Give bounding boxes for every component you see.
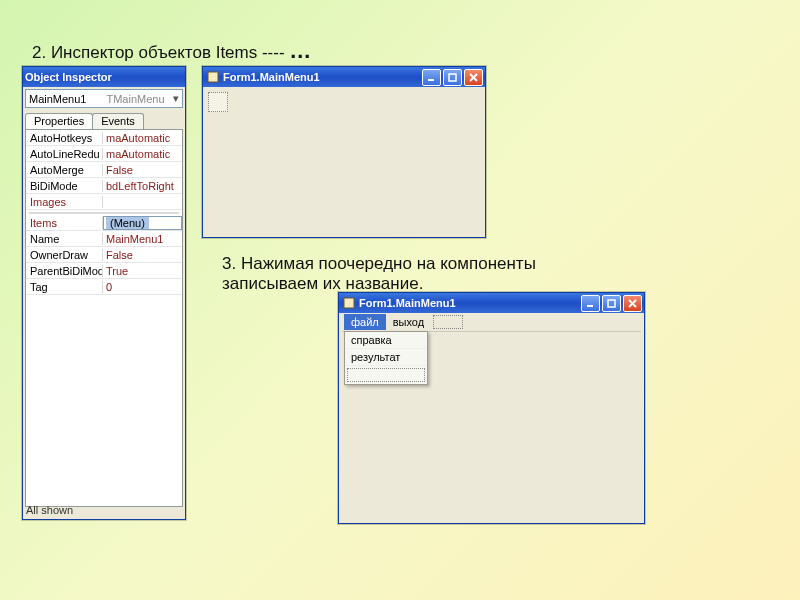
prop-value[interactable]: maAutomatic bbox=[103, 132, 182, 144]
prop-value[interactable]: False bbox=[103, 249, 182, 261]
window-controls bbox=[422, 69, 483, 86]
table-row[interactable]: NameMainMenu1 bbox=[26, 231, 182, 247]
prop-name: Images bbox=[26, 196, 103, 208]
svg-rect-7 bbox=[608, 300, 615, 307]
minimize-button[interactable] bbox=[581, 295, 600, 312]
dropdown-item-help[interactable]: справка bbox=[345, 332, 427, 349]
menu-item-file[interactable]: файл bbox=[344, 314, 386, 330]
prop-name: Name bbox=[26, 233, 103, 245]
prop-value[interactable]: (Menu) bbox=[103, 216, 182, 230]
step2-text: 2. Инспектор объектов Items ---- bbox=[32, 43, 289, 62]
prop-name: Items bbox=[26, 217, 103, 229]
instruction-step-2: 2. Инспектор объектов Items ---- … bbox=[32, 38, 311, 64]
object-inspector-window: Object Inspector MainMenu1 TMainMenu ▾ P… bbox=[22, 66, 186, 520]
close-button[interactable] bbox=[464, 69, 483, 86]
step3-line2: записываем их название. bbox=[222, 274, 423, 293]
menu-item-exit[interactable]: выход bbox=[386, 314, 431, 330]
prop-value[interactable]: bdLeftToRight bbox=[103, 180, 182, 192]
inspector-tabs: Properties Events bbox=[25, 111, 183, 129]
prop-value[interactable]: MainMenu1 bbox=[103, 233, 182, 245]
form-small-titlebar[interactable]: Form1.MainMenu1 bbox=[203, 67, 485, 87]
prop-value[interactable]: True bbox=[103, 265, 182, 277]
menu-bar: файл выход bbox=[342, 313, 641, 332]
inspector-status: All shown bbox=[26, 504, 73, 516]
form-big-titlebar[interactable]: Form1.MainMenu1 bbox=[339, 293, 644, 313]
inspector-title-text: Object Inspector bbox=[25, 71, 183, 83]
inspector-component-combo[interactable]: MainMenu1 TMainMenu ▾ bbox=[25, 89, 183, 108]
prop-value-text: (Menu) bbox=[106, 217, 149, 229]
menu-item-placeholder[interactable] bbox=[433, 315, 463, 329]
app-icon bbox=[206, 70, 220, 84]
maximize-button[interactable] bbox=[602, 295, 621, 312]
tab-events[interactable]: Events bbox=[92, 113, 144, 129]
chevron-down-icon: ▾ bbox=[173, 92, 179, 105]
form-small-title: Form1.MainMenu1 bbox=[223, 71, 422, 83]
combo-class-name: TMainMenu bbox=[106, 93, 164, 105]
maximize-button[interactable] bbox=[443, 69, 462, 86]
prop-name: BiDiMode bbox=[26, 180, 103, 192]
instruction-step-3: 3. Нажимая поочередно на компоненты запи… bbox=[222, 254, 536, 294]
table-row[interactable]: BiDiModebdLeftToRight bbox=[26, 178, 182, 194]
prop-name: OwnerDraw bbox=[26, 249, 103, 261]
step3-line1: 3. Нажимая поочередно на компоненты bbox=[222, 254, 536, 273]
form-designer-big: Form1.MainMenu1 файл выход справка резул… bbox=[338, 292, 645, 524]
prop-value[interactable]: maAutomatic bbox=[103, 148, 182, 160]
window-controls bbox=[581, 295, 642, 312]
form-small-client[interactable] bbox=[206, 90, 482, 234]
dropdown-item-result[interactable]: результат bbox=[345, 349, 427, 366]
dropdown-item-placeholder[interactable] bbox=[347, 368, 425, 382]
prop-name: AutoMerge bbox=[26, 164, 103, 176]
prop-name: Tag bbox=[26, 281, 103, 293]
table-row[interactable]: Tag0 bbox=[26, 279, 182, 295]
menu-dropdown: справка результат bbox=[344, 331, 428, 385]
app-icon bbox=[342, 296, 356, 310]
minimize-button[interactable] bbox=[422, 69, 441, 86]
tab-properties[interactable]: Properties bbox=[25, 113, 93, 129]
form-big-client[interactable]: файл выход справка результат bbox=[342, 313, 641, 520]
combo-instance-name: MainMenu1 bbox=[29, 93, 86, 105]
table-row[interactable]: OwnerDrawFalse bbox=[26, 247, 182, 263]
prop-name: AutoLineRedu bbox=[26, 148, 103, 160]
svg-rect-0 bbox=[208, 72, 218, 82]
step2-dots: … bbox=[289, 38, 311, 63]
inspector-titlebar[interactable]: Object Inspector bbox=[23, 67, 185, 87]
form-big-title: Form1.MainMenu1 bbox=[359, 297, 581, 309]
table-row[interactable]: AutoLineRedumaAutomatic bbox=[26, 146, 182, 162]
table-row[interactable]: AutoHotkeysmaAutomatic bbox=[26, 130, 182, 146]
form-designer-small: Form1.MainMenu1 bbox=[202, 66, 486, 238]
prop-name: AutoHotkeys bbox=[26, 132, 103, 144]
property-grid[interactable]: AutoHotkeysmaAutomatic AutoLineRedumaAut… bbox=[25, 129, 183, 507]
svg-rect-5 bbox=[344, 298, 354, 308]
table-row[interactable]: AutoMergeFalse bbox=[26, 162, 182, 178]
table-row[interactable]: Images bbox=[26, 194, 182, 210]
prop-value[interactable]: 0 bbox=[103, 281, 182, 293]
table-row[interactable]: ParentBiDiModTrue bbox=[26, 263, 182, 279]
prop-name: ParentBiDiMod bbox=[26, 265, 103, 277]
mainmenu-component-icon[interactable] bbox=[208, 92, 228, 112]
prop-value[interactable]: False bbox=[103, 164, 182, 176]
close-button[interactable] bbox=[623, 295, 642, 312]
svg-rect-2 bbox=[449, 74, 456, 81]
table-row-selected[interactable]: Items(Menu) bbox=[26, 215, 182, 231]
